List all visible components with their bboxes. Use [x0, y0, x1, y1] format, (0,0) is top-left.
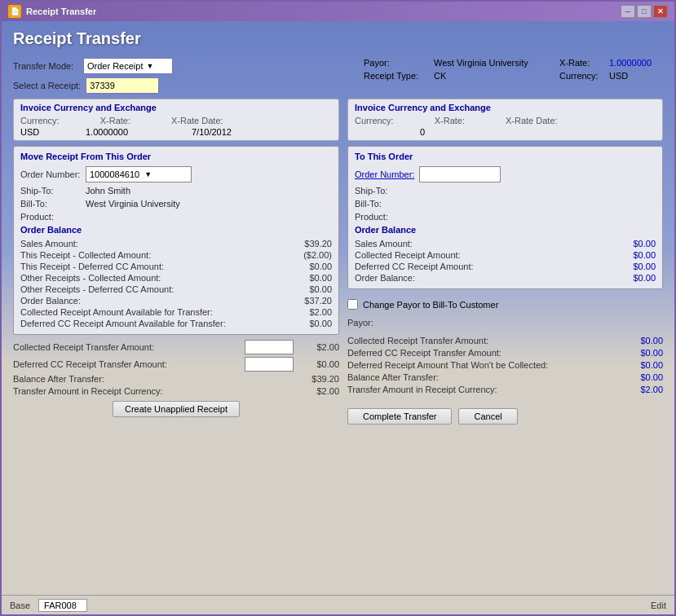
right-transfer-receipt-label: Transfer Amount in Receipt Currency: [347, 385, 497, 394]
product-label-right: Product: [355, 212, 420, 222]
transfer-receipt-value-left: $2.00 [298, 386, 339, 396]
right-currency-val [355, 127, 379, 137]
left-currency-box: Invoice Currency and Exchange Currency: … [13, 99, 339, 141]
left-balance-row: This Receipt - Deferred CC Amount:$0.00 [20, 261, 332, 272]
balance-value: ($2.00) [303, 250, 332, 260]
status-bar: Base FAR008 Edit [2, 595, 674, 614]
base-label: Base [10, 601, 30, 610]
left-xrate-date-hdr: X-Rate Date: [171, 116, 223, 125]
left-balance-row: Other Receipts - Deferred CC Amount:$0.0… [20, 284, 332, 295]
right-balance-row: Deferred CC Receipt Amount:$0.00 [355, 261, 656, 272]
right-xrate-date-hdr: X-Rate Date: [506, 116, 558, 125]
balance-value: $0.00 [633, 273, 656, 283]
left-balance-row: Order Balance:$37.20 [20, 295, 332, 306]
left-currency-hdr: Currency: [20, 116, 60, 125]
order-number-link-right[interactable]: Order Number: [355, 169, 414, 179]
right-deferred-wont-label: Deferred Receipt Amount That Won't be Co… [347, 360, 548, 370]
minimize-button[interactable]: ─ [621, 5, 635, 18]
balance-value: $0.00 [309, 273, 332, 283]
right-deferred-value: $0.00 [640, 348, 663, 358]
transfer-mode-value: Order Receipt [87, 61, 143, 71]
title-bar-buttons: ─ □ ✕ [621, 5, 668, 18]
balance-value: $2.00 [309, 307, 332, 317]
ship-to-label-left: Ship-To: [20, 186, 86, 196]
balance-label: Collected Receipt Amount: [355, 250, 461, 260]
right-deferred-wont-value: $0.00 [640, 360, 663, 370]
move-receipt-title: Move Receipt From This Order [20, 152, 332, 161]
cancel-button[interactable]: Cancel [458, 408, 517, 425]
order-number-input-right[interactable] [419, 166, 501, 183]
order-number-value-left: 1000084610 [90, 169, 139, 179]
right-balance-section: Order Balance Sales Amount:$0.00Collecte… [355, 225, 656, 284]
base-value: FAR008 [38, 599, 87, 612]
main-content: Receipt Transfer Transfer Mode: Order Re… [2, 21, 674, 595]
balance-label: Sales Amount: [20, 239, 78, 249]
page-title: Receipt Transfer [13, 29, 663, 48]
right-balance-row: Sales Amount:$0.00 [355, 238, 656, 249]
left-balance-row: Deferred CC Receipt Amount Available for… [20, 318, 332, 329]
balance-after-value-left: $39.20 [298, 374, 339, 384]
right-collected-value: $0.00 [640, 336, 663, 345]
currency-label-top: Currency: [559, 71, 604, 81]
right-currency-title: Invoice Currency and Exchange [355, 103, 656, 112]
right-balance-after-label: Balance After Transfer: [347, 372, 439, 382]
to-this-order-group: To This Order Order Number: Ship-To: Bil… [347, 146, 663, 289]
ship-to-value-left: John Smith [86, 186, 130, 196]
bill-to-label-right: Bill-To: [355, 199, 420, 209]
balance-label: Order Balance: [20, 296, 81, 306]
right-transfer-receipt-value: $2.00 [640, 385, 663, 394]
balance-value: $0.00 [309, 284, 332, 294]
payor-row-right: Payor: [347, 318, 663, 328]
balance-label: Deferred CC Receipt Amount: [355, 262, 474, 271]
select-receipt-label: Select a Receipt: [13, 81, 81, 90]
to-this-order-title: To This Order [355, 152, 656, 161]
balance-label: Collected Receipt Amount Available for T… [20, 307, 213, 317]
transfer-mode-dropdown-icon[interactable]: ▼ [146, 62, 153, 70]
left-xrate-date-val: 7/10/2012 [192, 127, 232, 137]
select-receipt-input[interactable] [86, 77, 159, 94]
balance-label: Sales Amount: [355, 239, 413, 249]
order-number-dropdown-icon[interactable]: ▼ [144, 170, 152, 178]
balance-label: Order Balance: [355, 273, 415, 283]
balance-value: $0.00 [633, 239, 656, 249]
receipt-type-label: Receipt Type: [364, 71, 429, 81]
collected-transfer-value: $2.00 [298, 342, 339, 352]
transfer-mode-label: Transfer Mode: [13, 61, 78, 71]
left-balance-row: This Receipt - Collected Amount:($2.00) [20, 249, 332, 261]
maximize-button[interactable]: □ [637, 5, 652, 18]
bill-to-label-left: Bill-To: [20, 199, 86, 209]
right-currency-box: Invoice Currency and Exchange Currency: … [347, 99, 663, 141]
action-buttons: Complete Transfer Cancel [347, 408, 663, 425]
close-button[interactable]: ✕ [653, 5, 668, 18]
collected-transfer-input[interactable] [245, 340, 294, 354]
balance-value: $0.00 [309, 319, 332, 328]
create-unapplied-receipt-button[interactable]: Create Unapplied Receipt [113, 401, 240, 417]
right-balance-row: Order Balance:$0.00 [355, 272, 656, 284]
complete-transfer-button[interactable]: Complete Transfer [347, 408, 452, 425]
left-xrate-val: 1.0000000 [86, 127, 151, 137]
window-title: Receipt Transfer [26, 7, 96, 16]
collected-transfer-label: Collected Receipt Transfer Amount: [13, 342, 154, 352]
balance-after-label-left: Balance After Transfer: [13, 374, 104, 384]
deferred-transfer-input[interactable] [245, 357, 294, 372]
left-balance-row: Sales Amount:$39.20 [20, 238, 332, 249]
edit-status: Edit [651, 601, 666, 610]
right-xrate-val: 0 [420, 127, 485, 137]
left-balance-row: Collected Receipt Amount Available for T… [20, 306, 332, 318]
transfer-receipt-label-left: Transfer Amount in Receipt Currency: [13, 386, 163, 396]
ship-to-label-right: Ship-To: [355, 186, 420, 196]
deferred-transfer-value: $0.00 [298, 359, 339, 369]
change-payor-row: Change Payor to Bill-To Customer [347, 299, 663, 310]
right-currency-hdr: Currency: [355, 116, 394, 125]
balance-value: $0.00 [633, 262, 656, 271]
left-currency-val: USD [20, 127, 45, 137]
xrate-label: X-Rate: [559, 58, 604, 68]
right-bottom-fields: Collected Receipt Transfer Amount: $0.00… [347, 336, 663, 397]
change-payor-checkbox[interactable] [347, 299, 358, 310]
change-payor-label: Change Payor to Bill-To Customer [363, 300, 498, 310]
payor-label-right: Payor: [347, 318, 413, 328]
main-window: 📄 Receipt Transfer ─ □ ✕ Receipt Transfe… [0, 0, 676, 616]
title-bar: 📄 Receipt Transfer ─ □ ✕ [2, 2, 674, 21]
deferred-transfer-label: Deferred CC Receipt Transfer Amount: [13, 359, 167, 369]
order-number-label-left: Order Number: [20, 169, 86, 179]
